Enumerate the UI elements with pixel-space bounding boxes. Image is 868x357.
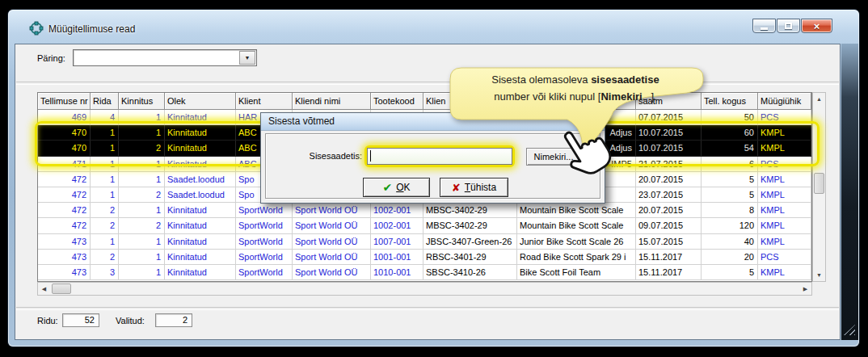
table-cell: 472 [38, 218, 91, 233]
table-cell: 54 [702, 141, 758, 155]
input-highlight-ring [364, 145, 515, 167]
table-cell: 470 [38, 125, 91, 140]
query-label: Päring: [37, 53, 65, 63]
table-cell: 1 [119, 172, 165, 187]
table-cell: 1002-001 [371, 203, 423, 217]
table-cell: KMPL [758, 125, 811, 140]
table-cell: 1 [91, 234, 119, 249]
column-header[interactable]: Olek [165, 93, 236, 110]
dialog-title-bar[interactable]: Sisesta võtmed [261, 113, 605, 131]
vertical-scrollbar[interactable]: ▲ ▼ [812, 92, 826, 282]
table-cell: 21.07.2015 [636, 157, 702, 171]
table-cell: SportWorld [236, 218, 293, 233]
dialog-sisesta-votmed: Sisesta võtmed Sisesaadetis: Nimekiri...… [260, 112, 605, 204]
table-cell: Kinnitatud [165, 157, 236, 171]
table-cell: 473 [38, 265, 91, 279]
combo-dropdown-button[interactable]: ▼ [239, 51, 255, 65]
table-cell: Bike Scott Foil Team [517, 265, 636, 279]
table-cell: 5 [702, 172, 758, 187]
table-cell: 10.07.2015 [636, 141, 702, 155]
table-cell: 20 [702, 250, 758, 264]
selected-count: 2 [155, 313, 192, 327]
table-cell: MBSC-3402-29 [423, 203, 517, 217]
table-row[interactable]: 47222KinnitatudSportWorldSport World OÜ1… [38, 218, 811, 233]
x-icon: ✘ [452, 182, 461, 194]
table-cell: RBSC-3401-29 [423, 250, 517, 264]
table-cell: Kinnitatud [165, 125, 236, 140]
column-header[interactable]: Klient [236, 93, 293, 110]
table-row[interactable]: 47221KinnitatudSportWorldSport World OÜ1… [38, 203, 811, 218]
column-header[interactable]: Müügiühik [758, 93, 811, 110]
table-cell: JBSC-3407-Green-26 [423, 234, 517, 249]
table-cell: 1 [119, 265, 165, 279]
query-combobox[interactable]: ▼ [73, 49, 257, 66]
vertical-scroll-thumb[interactable] [814, 173, 824, 194]
scroll-up-icon: ▲ [816, 96, 822, 102]
app-icon [29, 21, 44, 36]
table-cell: 07.07.2015 [636, 110, 702, 124]
table-cell: 6 [702, 157, 758, 171]
close-icon: × [814, 21, 820, 32]
table-cell: 1 [119, 157, 165, 171]
table-cell: Kinnitatud [165, 218, 236, 233]
table-cell: 23.07.2015 [636, 187, 702, 202]
cancel-button[interactable]: ✘ Tühista [440, 178, 508, 197]
table-cell: SBSC-3410-26 [423, 265, 517, 279]
table-cell: 2 [91, 218, 119, 233]
column-header[interactable]: Tootekood [371, 93, 423, 110]
close-button[interactable]: × [801, 19, 832, 33]
column-header[interactable]: Rida [91, 93, 119, 110]
table-cell: 472 [38, 172, 91, 187]
table-cell: Mountain Bike Scott Scale [517, 218, 636, 233]
selected-label: Valitud: [116, 316, 145, 326]
horizontal-scroll-thumb[interactable] [52, 284, 71, 294]
table-cell: KMPL [758, 141, 811, 155]
column-header[interactable]: saatm [636, 93, 702, 110]
column-header[interactable]: Tell. kogus [702, 93, 758, 110]
table-cell: 60 [702, 125, 758, 140]
table-cell: PCS [758, 250, 811, 264]
sisesaadetis-input[interactable] [367, 148, 512, 165]
column-header[interactable]: Kliendi nimi [293, 93, 371, 110]
table-cell: 1 [91, 157, 119, 171]
table-cell: 472 [38, 187, 91, 202]
maximize-button[interactable] [777, 19, 800, 33]
rows-label: Ridu: [37, 316, 58, 326]
table-cell: 15.11.2017 [636, 265, 702, 279]
minimize-icon [761, 27, 768, 30]
table-row[interactable]: 47331KinnitatudSportWorldSport World OÜ1… [38, 265, 811, 280]
table-cell: Kinnitatud [165, 250, 236, 264]
column-header[interactable]: Klien [423, 93, 517, 110]
scroll-right-button[interactable]: ▶ [799, 283, 811, 295]
table-cell: 20.07.2015 [636, 203, 702, 217]
scroll-down-button[interactable]: ▼ [813, 269, 825, 281]
table-cell: KMPL [758, 172, 811, 187]
column-header[interactable]: Tellimuse nr [38, 93, 91, 110]
column-header[interactable]: Kinnitus [119, 93, 165, 110]
table-cell: 1 [119, 250, 165, 264]
table-row[interactable]: 47321KinnitatudSportWorldSport World OÜ1… [38, 250, 811, 265]
ok-button[interactable]: ✔ OK [363, 178, 430, 197]
table-cell: 5 [702, 265, 758, 279]
text-caret [370, 150, 371, 162]
scroll-down-icon: ▼ [816, 272, 822, 278]
minimize-button[interactable] [752, 19, 776, 33]
table-cell: 470 [38, 141, 91, 155]
table-cell: Mountain Bike Scott Scale [517, 203, 636, 217]
horizontal-scrollbar[interactable]: ◀ ▶ [37, 282, 812, 296]
scroll-left-button[interactable]: ◀ [38, 283, 50, 295]
scroll-up-button[interactable]: ▲ [813, 93, 825, 105]
table-cell: 5 [702, 187, 758, 202]
column-header[interactable] [517, 93, 636, 110]
nimekiri-button[interactable]: Nimekiri... [526, 148, 581, 166]
table-cell: Kinnitatud [165, 110, 236, 124]
table-cell: 473 [38, 234, 91, 249]
table-cell: 2 [91, 250, 119, 264]
table-cell: 1 [119, 110, 165, 124]
table-cell: Sport World OÜ [293, 250, 371, 264]
scroll-right-icon: ▶ [803, 286, 807, 292]
table-row[interactable]: 47311KinnitatudSportWorldSport World OÜ1… [38, 234, 811, 250]
table-cell: 1010-001 [371, 265, 423, 279]
table-cell: 8 [702, 203, 758, 217]
table-cell: 2 [119, 141, 165, 155]
